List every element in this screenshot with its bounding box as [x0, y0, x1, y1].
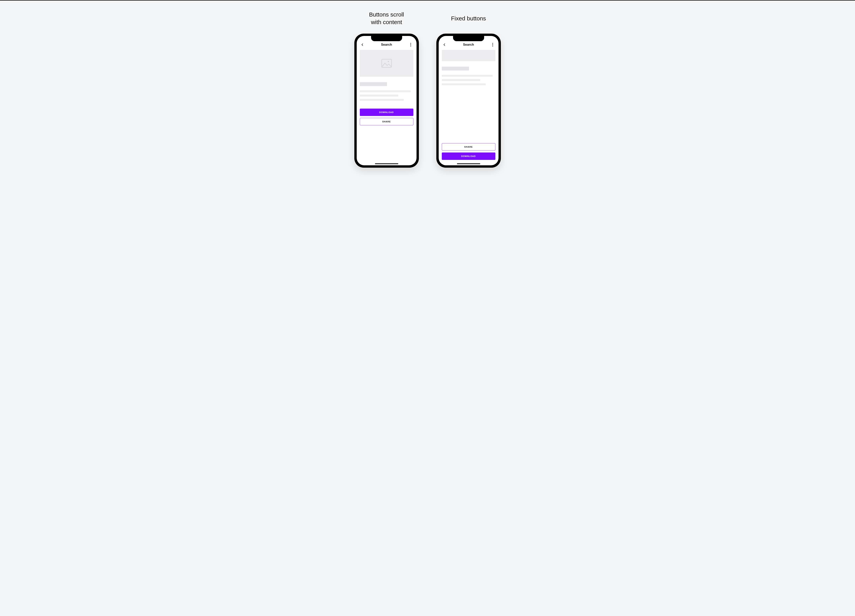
- image-icon: [382, 59, 392, 68]
- hero-image-placeholder: [360, 50, 414, 77]
- text-line-placeholder: [442, 83, 486, 85]
- back-icon[interactable]: [360, 42, 365, 47]
- text-line-placeholder: [360, 99, 404, 101]
- more-icon[interactable]: [490, 42, 495, 47]
- text-line-placeholder: [360, 90, 411, 92]
- text-line-placeholder: [442, 75, 493, 77]
- home-indicator: [375, 163, 398, 164]
- text-line-placeholder: [360, 95, 398, 97]
- text-line-placeholder: [442, 79, 480, 81]
- download-button[interactable]: DOWNLOAD: [442, 153, 495, 160]
- spacer: [360, 103, 414, 109]
- share-button[interactable]: SHARE: [360, 118, 414, 125]
- hero-image-placeholder: [442, 50, 495, 61]
- column-title-left: Buttons scroll with content: [369, 10, 404, 26]
- comparison-stage: Buttons scroll with content Search: [354, 10, 501, 168]
- title-placeholder: [360, 82, 387, 86]
- back-icon[interactable]: [442, 42, 447, 47]
- screen-content: DOWNLOAD SHARE: [357, 50, 417, 165]
- phone-screen-right: Search SHARE DOWNLOAD: [439, 36, 498, 165]
- topbar-title: Search: [463, 43, 474, 47]
- phone-notch: [371, 36, 402, 41]
- topbar-title: Search: [381, 43, 392, 47]
- fixed-buttons-column: Fixed buttons Search: [436, 10, 501, 168]
- phone-notch: [453, 36, 484, 41]
- column-title-right: Fixed buttons: [451, 10, 486, 26]
- phone-screen-left: Search: [357, 36, 417, 165]
- title-placeholder: [442, 67, 469, 70]
- share-button[interactable]: SHARE: [442, 143, 495, 150]
- svg-rect-0: [382, 59, 391, 67]
- more-icon[interactable]: [408, 42, 413, 47]
- download-button[interactable]: DOWNLOAD: [360, 109, 414, 116]
- scroll-with-content-column: Buttons scroll with content Search: [354, 10, 419, 168]
- screen-content: SHARE DOWNLOAD: [439, 50, 498, 165]
- phone-frame-left: Search: [354, 34, 419, 168]
- fixed-button-bar: SHARE DOWNLOAD: [442, 143, 495, 162]
- phone-frame-right: Search SHARE DOWNLOAD: [436, 34, 501, 168]
- svg-point-1: [388, 61, 389, 62]
- home-indicator: [457, 163, 480, 164]
